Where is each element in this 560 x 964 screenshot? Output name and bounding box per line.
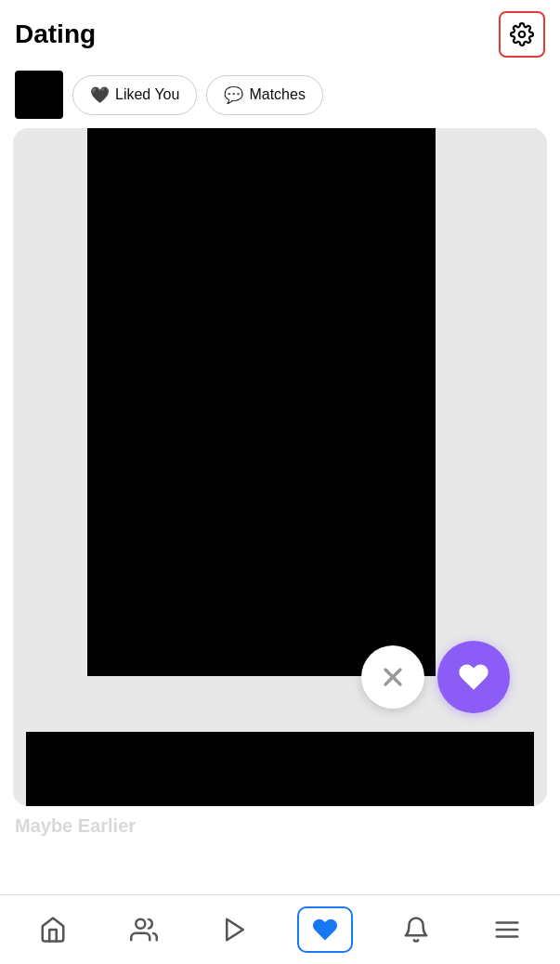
matches-button[interactable]: 💬 Matches xyxy=(206,75,322,115)
page-title: Dating xyxy=(15,20,96,49)
chat-icon: 💬 xyxy=(224,85,243,105)
home-icon xyxy=(39,916,67,944)
bottom-nav xyxy=(0,894,560,964)
heart-icon xyxy=(457,660,490,694)
matches-label: Matches xyxy=(249,86,305,103)
x-icon xyxy=(378,662,408,692)
next-section-title: Maybe Earlier xyxy=(15,815,136,836)
avatar xyxy=(15,71,63,119)
gear-icon xyxy=(510,22,534,46)
action-buttons xyxy=(361,641,510,713)
nav-home[interactable] xyxy=(25,906,81,953)
next-section: Maybe Earlier xyxy=(0,806,560,837)
filter-row: 🖤 Liked You 💬 Matches xyxy=(0,65,560,128)
nav-friends[interactable] xyxy=(116,906,172,953)
menu-icon xyxy=(493,916,521,944)
liked-you-label: Liked You xyxy=(115,86,179,103)
profile-card xyxy=(13,128,547,806)
nav-dating[interactable] xyxy=(297,906,353,953)
header: Dating xyxy=(0,0,560,65)
dating-heart-icon xyxy=(311,916,339,944)
settings-button[interactable] xyxy=(499,11,545,58)
like-button[interactable] xyxy=(437,641,510,713)
nav-watch[interactable] xyxy=(207,906,263,953)
svg-marker-4 xyxy=(227,919,243,941)
bell-icon xyxy=(402,916,430,944)
profile-photo xyxy=(87,128,436,676)
svg-point-0 xyxy=(519,32,526,38)
svg-point-3 xyxy=(136,919,145,929)
liked-you-button[interactable]: 🖤 Liked You xyxy=(72,75,197,115)
pass-button[interactable] xyxy=(361,645,424,709)
nav-notifications[interactable] xyxy=(388,906,444,953)
heart-filled-icon: 🖤 xyxy=(90,85,110,105)
friends-icon xyxy=(130,916,158,944)
nav-menu[interactable] xyxy=(479,906,535,953)
profile-info-bar xyxy=(26,732,534,806)
play-icon xyxy=(221,916,249,944)
